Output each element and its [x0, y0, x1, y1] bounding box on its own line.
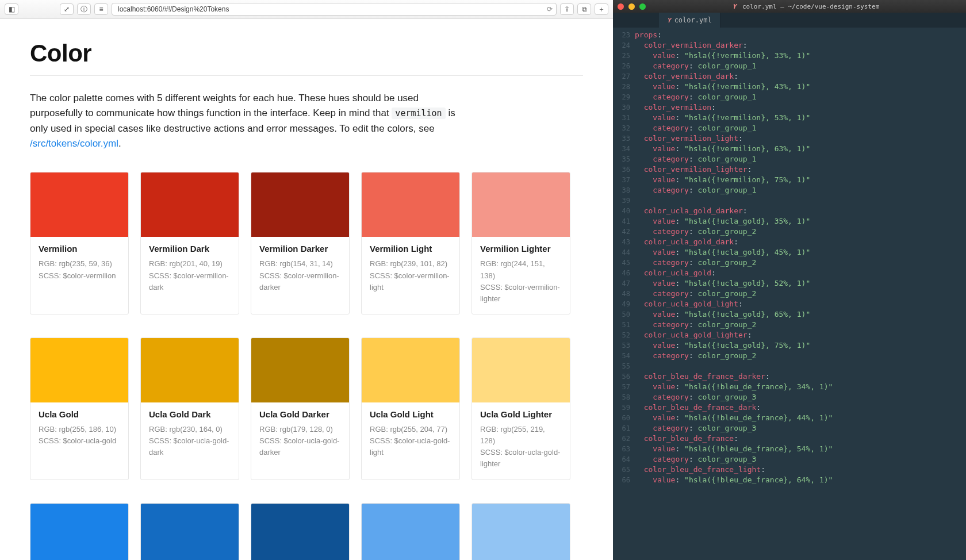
swatch-card[interactable] [30, 503, 129, 561]
swatch-row [30, 503, 583, 561]
code-line[interactable]: value: "hsla({!vermilion}, 75%, 1)" [635, 175, 966, 185]
code-line[interactable]: category: color_group_2 [635, 227, 966, 237]
swatch-card[interactable]: Vermilion LightRGB: rgb(239, 101, 82)SCS… [361, 172, 460, 314]
code-line[interactable]: color_vermilion_lighter: [635, 164, 966, 175]
swatch-rgb: RGB: rgb(235, 59, 36) [39, 258, 120, 270]
code-line[interactable]: color_ucla_gold_light: [635, 299, 966, 309]
swatch-color [141, 504, 239, 561]
sidebar-toggle-button[interactable]: ◧ [5, 3, 18, 15]
code-line[interactable]: color_bleu_de_france_dark: [635, 402, 966, 413]
swatch-card[interactable] [361, 503, 460, 561]
page-description: The color palette comes with 5 different… [30, 91, 455, 151]
code-line[interactable]: color_bleu_de_france_darker: [635, 371, 966, 382]
swatch-card[interactable]: Vermilion LighterRGB: rgb(244, 151, 138)… [471, 172, 570, 314]
swatch-card[interactable]: Ucla GoldRGB: rgb(255, 186, 10)SCSS: $co… [30, 337, 129, 480]
code-line[interactable]: value: "hsla({!vermilion}, 33%, 1)" [635, 51, 966, 61]
close-button[interactable] [618, 3, 624, 10]
code-line[interactable]: value: "hsla({!ucla_gold}, 35%, 1)" [635, 216, 966, 227]
code-line[interactable]: color_ucla_gold_lighter: [635, 330, 966, 340]
swatch-card[interactable] [140, 503, 239, 561]
swatch-color [141, 338, 239, 402]
code-line[interactable]: category: color_group_3 [635, 423, 966, 434]
code-line[interactable]: color_vermilion: [635, 102, 966, 113]
address-bar[interactable]: localhost:6060/#!/Design%20Tokens ⟳ [112, 3, 557, 16]
swatch-rgb: RGB: rgb(179, 128, 0) [259, 424, 341, 435]
code-line[interactable]: category: color_group_1 [635, 154, 966, 164]
code-line[interactable]: category: color_group_2 [635, 351, 966, 361]
share-button[interactable]: ⇪ [560, 3, 574, 15]
new-tab-button[interactable]: ＋ [595, 3, 608, 15]
swatch-card[interactable]: Ucla Gold DarkerRGB: rgb(179, 128, 0)SCS… [251, 337, 350, 480]
page-title: Color [30, 40, 583, 67]
code-line[interactable]: value: "hsla({!bleu_de_france}, 34%, 1)" [635, 382, 966, 392]
swatch-color [30, 338, 128, 402]
code-line[interactable]: value: "hsla({!vermilion}, 43%, 1)" [635, 82, 966, 92]
refresh-icon[interactable]: ⟳ [547, 5, 553, 13]
code-line[interactable]: value: "hsla({!bleu_de_france}, 44%, 1)" [635, 413, 966, 423]
swatch-groups: VermilionRGB: rgb(235, 59, 36)SCSS: $col… [30, 172, 583, 560]
minimize-button[interactable] [628, 3, 635, 10]
code-line[interactable]: category: color_group_2 [635, 289, 966, 299]
editor-tab-label: color.yml [674, 16, 712, 24]
code-line[interactable]: value: "hsla({!vermilion}, 53%, 1)" [635, 113, 966, 123]
swatch-scss: SCSS: $color-vermilion-lighter [480, 282, 562, 305]
swatch-card[interactable] [471, 503, 570, 561]
swatch-meta: Vermilion DarkerRGB: rgb(154, 31, 14)SCS… [251, 237, 349, 302]
resize-button[interactable]: ⤢ [60, 3, 74, 15]
tokens-path-link[interactable]: /src/tokens/color.yml [30, 138, 118, 149]
code-line[interactable]: category: color_group_3 [635, 392, 966, 402]
code-line[interactable]: props: [635, 30, 966, 40]
swatch-card[interactable]: Ucla Gold DarkRGB: rgb(230, 164, 0)SCSS:… [140, 337, 239, 480]
swatch-card[interactable]: Vermilion DarkRGB: rgb(201, 40, 19)SCSS:… [140, 172, 239, 314]
code-line[interactable]: color_vermilion_light: [635, 133, 966, 144]
code-line[interactable]: color_vermilion_darker: [635, 40, 966, 51]
swatch-rgb: RGB: rgb(154, 31, 14) [259, 258, 341, 270]
editor-tab[interactable]: Y color.yml [659, 13, 720, 28]
reader-button[interactable]: ≡ [94, 3, 108, 15]
swatch-color [141, 172, 239, 237]
swatch-card[interactable]: Ucla Gold LighterRGB: rgb(255, 219, 128)… [471, 337, 570, 480]
desc-code: vermilion [392, 108, 445, 119]
swatch-card[interactable]: Ucla Gold LightRGB: rgb(255, 204, 77)SCS… [361, 337, 460, 480]
code-line[interactable]: category: color_group_1 [635, 92, 966, 102]
swatch-card[interactable] [251, 503, 350, 561]
code-line[interactable]: color_ucla_gold_dark: [635, 237, 966, 247]
swatch-color [251, 504, 349, 561]
swatch-color [362, 338, 459, 402]
swatch-card[interactable]: VermilionRGB: rgb(235, 59, 36)SCSS: $col… [30, 172, 129, 314]
code-line[interactable]: value: "hsla({!ucla_gold}, 65%, 1)" [635, 309, 966, 320]
code-line[interactable]: color_ucla_gold_darker: [635, 206, 966, 216]
swatch-color [251, 338, 349, 402]
code-line[interactable]: value: "hsla({!ucla_gold}, 75%, 1)" [635, 340, 966, 351]
code-line[interactable]: value: "hsla({!bleu_de_france}, 54%, 1)" [635, 444, 966, 454]
code-line[interactable] [635, 361, 966, 371]
zoom-button[interactable] [639, 3, 646, 10]
editor-code-area[interactable]: 2324252627282930313233343536373839404142… [613, 28, 966, 560]
code-line[interactable]: value: "hsla({!ucla_gold}, 45%, 1)" [635, 247, 966, 258]
code-line[interactable]: color_bleu_de_france_light: [635, 465, 966, 475]
window-controls [618, 3, 646, 10]
code-line[interactable]: color_bleu_de_france: [635, 434, 966, 444]
code-body[interactable]: props: color_vermilion_darker: value: "h… [635, 28, 966, 560]
browser-content[interactable]: Color The color palette comes with 5 dif… [0, 19, 613, 560]
code-line[interactable]: category: color_group_1 [635, 185, 966, 195]
code-line[interactable]: category: color_group_2 [635, 258, 966, 268]
code-line[interactable]: category: color_group_1 [635, 61, 966, 71]
code-line[interactable]: color_vermilion_dark: [635, 71, 966, 82]
swatch-meta: Vermilion LighterRGB: rgb(244, 151, 138)… [472, 237, 570, 314]
code-line[interactable]: value: "hsla({!bleu_de_france}, 64%, 1)" [635, 475, 966, 485]
swatch-row: Ucla GoldRGB: rgb(255, 186, 10)SCSS: $co… [30, 337, 583, 480]
code-line[interactable]: category: color_group_1 [635, 123, 966, 133]
swatch-card[interactable]: Vermilion DarkerRGB: rgb(154, 31, 14)SCS… [251, 172, 350, 314]
code-line[interactable]: value: "hsla({!ucla_gold}, 52%, 1)" [635, 278, 966, 289]
code-line[interactable]: category: color_group_3 [635, 454, 966, 465]
code-line[interactable]: category: color_group_2 [635, 320, 966, 330]
swatch-scss: SCSS: $color-ucla-gold-dark [149, 435, 231, 458]
info-button[interactable]: ⓘ [77, 3, 91, 15]
code-line[interactable]: color_ucla_gold: [635, 268, 966, 278]
code-line[interactable] [635, 195, 966, 206]
swatch-rgb: RGB: rgb(201, 40, 19) [149, 258, 231, 270]
code-line[interactable]: value: "hsla({!vermilion}, 63%, 1)" [635, 144, 966, 154]
tabs-button[interactable]: ⧉ [577, 3, 591, 15]
swatch-scss: SCSS: $color-vermilion-dark [149, 270, 231, 293]
